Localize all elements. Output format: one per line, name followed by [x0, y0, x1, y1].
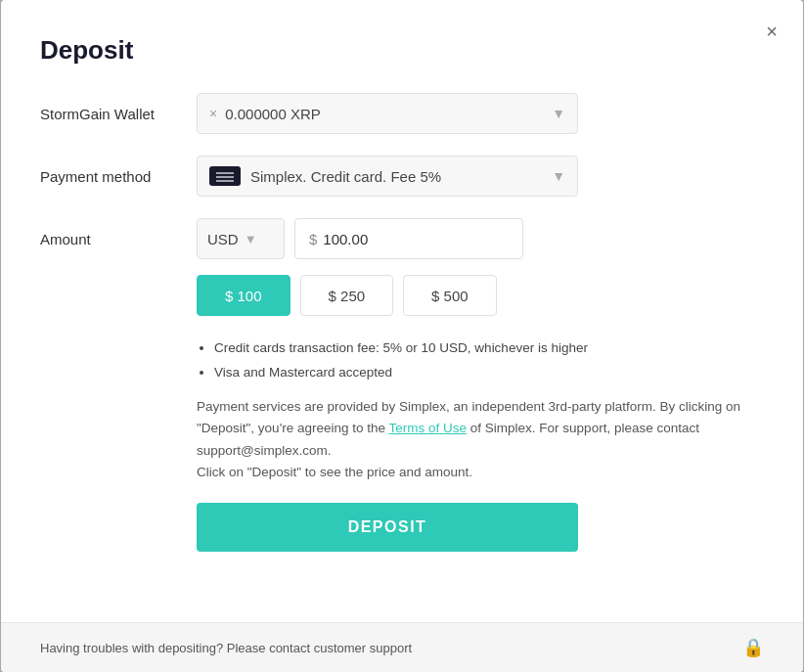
- wallet-control: × 0.000000 XRP ▼: [197, 93, 764, 134]
- payment-control: Simplex. Credit card. Fee 5% ▼: [197, 156, 764, 197]
- deposit-button[interactable]: DEPOSIT: [197, 503, 578, 552]
- wallet-value: 0.000000 XRP: [225, 106, 552, 122]
- modal-title: Deposit: [40, 35, 764, 66]
- lock-icon: 🔒: [742, 637, 764, 658]
- deposit-modal: × Deposit StormGain Wallet × 0.000000 XR…: [1, 0, 803, 672]
- modal-body: × Deposit StormGain Wallet × 0.000000 XR…: [1, 0, 803, 622]
- wallet-label: StormGain Wallet: [40, 106, 197, 122]
- wallet-dropdown[interactable]: × 0.000000 XRP ▼: [197, 93, 578, 134]
- payment-dropdown[interactable]: Simplex. Credit card. Fee 5% ▼: [197, 156, 578, 197]
- amount-label: Amount: [40, 231, 197, 247]
- info-paragraph: Payment services are provided by Simplex…: [197, 396, 764, 483]
- quick-amount-250[interactable]: $ 250: [300, 275, 394, 316]
- info-bullet-2: Visa and Mastercard accepted: [214, 362, 764, 383]
- quick-amounts: $ 100 $ 250 $ 500: [197, 275, 764, 316]
- dollar-sign: $: [309, 231, 317, 247]
- amount-input[interactable]: [323, 231, 509, 247]
- close-button[interactable]: ×: [762, 18, 782, 45]
- amount-input-box: $: [294, 218, 523, 259]
- currency-dropdown[interactable]: USD ▼: [197, 218, 285, 259]
- credit-card-icon: [209, 166, 241, 186]
- wallet-clear-icon[interactable]: ×: [209, 106, 217, 121]
- terms-of-use-link[interactable]: Terms of Use: [389, 421, 468, 435]
- payment-chevron-icon: ▼: [552, 168, 565, 184]
- payment-row: Payment method Simplex. Credit card. Fee…: [40, 156, 764, 197]
- info-section: Credit cards transaction fee: 5% or 10 U…: [197, 337, 764, 483]
- wallet-chevron-icon: ▼: [552, 106, 565, 121]
- modal-footer: Having troubles with depositing? Please …: [1, 622, 803, 672]
- payment-value: Simplex. Credit card. Fee 5%: [250, 168, 552, 185]
- amount-row: Amount USD ▼ $: [40, 218, 764, 259]
- info-bullet-1: Credit cards transaction fee: 5% or 10 U…: [214, 337, 764, 359]
- currency-chevron-icon: ▼: [245, 232, 257, 246]
- currency-value: USD: [207, 231, 239, 247]
- amount-inputs: USD ▼ $: [197, 218, 523, 259]
- quick-amount-100[interactable]: $ 100: [197, 275, 290, 316]
- footer-text: Having troubles with depositing? Please …: [40, 641, 412, 655]
- wallet-row: StormGain Wallet × 0.000000 XRP ▼: [40, 93, 764, 134]
- quick-amount-500[interactable]: $ 500: [403, 275, 497, 316]
- info-bullets: Credit cards transaction fee: 5% or 10 U…: [197, 337, 764, 382]
- payment-label: Payment method: [40, 168, 197, 185]
